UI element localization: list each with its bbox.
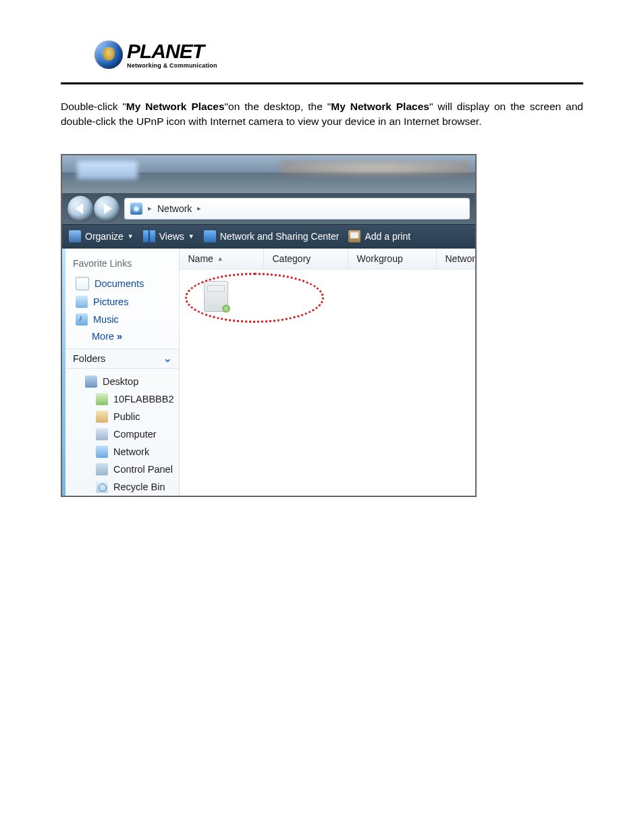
tree-item-recycle-bin[interactable]: Recycle Bin — [62, 478, 179, 496]
nav-pane: Favorite Links Documents Pictures Music — [62, 249, 180, 497]
tree-item-control-panel[interactable]: Control Panel — [62, 461, 179, 478]
tree-item-label: Recycle Bin — [113, 481, 165, 492]
computer-icon — [96, 428, 108, 440]
brand-tagline: Networking & Communication — [127, 63, 217, 69]
window-titlebar — [62, 155, 475, 193]
column-label: Workgroup — [356, 253, 402, 264]
nsc-label: Network and Sharing Center — [220, 231, 340, 242]
folders-toggle[interactable]: Folders ⌄ — [62, 348, 179, 369]
column-label: Name — [188, 253, 213, 264]
breadcrumb-sep-icon: ▸ — [148, 204, 152, 213]
forward-button[interactable] — [94, 196, 119, 221]
favorite-links-heading: Favorite Links — [62, 249, 179, 274]
column-network[interactable]: Network — [437, 249, 477, 269]
views-menu[interactable]: Views ▼ — [143, 230, 194, 242]
sort-asc-icon: ▲ — [217, 255, 223, 262]
views-label: Views — [159, 231, 184, 242]
tree-item-label: 10FLABBBB2 — [113, 394, 173, 405]
column-headers: Name ▲ Category Workgroup Network — [180, 249, 477, 269]
sidebar-item-label: Music — [93, 314, 119, 325]
address-bar-row: ▸ Network ▸ — [62, 193, 475, 225]
organize-menu[interactable]: Organize ▼ — [69, 230, 134, 242]
tree-item-label: Computer — [113, 429, 157, 440]
chevron-down-icon: ▼ — [128, 233, 134, 240]
chevron-down-icon: ▼ — [188, 233, 194, 240]
address-bar[interactable]: ▸ Network ▸ — [124, 198, 470, 219]
tree-item-user[interactable]: 10FLABBBB2 — [62, 390, 179, 408]
tree-item-desktop[interactable]: Desktop — [62, 373, 179, 390]
arrow-left-icon — [75, 203, 83, 214]
tree-item-label: Network — [113, 446, 149, 457]
sidebar-item-more[interactable]: More » — [62, 328, 179, 348]
tree-item-public[interactable]: Public — [62, 408, 179, 425]
desktop-icon — [85, 375, 97, 388]
add-printer-label: Add a print — [365, 231, 410, 242]
tree-item-network[interactable]: Network — [62, 443, 179, 461]
organize-label: Organize — [85, 231, 124, 242]
breadcrumb[interactable]: Network — [157, 203, 192, 214]
chevron-down-icon: ⌄ — [163, 353, 172, 364]
sidebar-item-documents[interactable]: Documents — [62, 274, 179, 293]
recycle-bin-icon — [96, 481, 108, 493]
pictures-icon — [76, 296, 88, 308]
column-label: Category — [272, 253, 311, 264]
control-panel-icon — [96, 463, 108, 475]
sharing-center-icon — [204, 230, 216, 242]
network-icon — [96, 446, 108, 458]
column-workgroup[interactable]: Workgroup — [348, 249, 437, 269]
upnp-device-icon[interactable] — [204, 281, 228, 312]
user-icon — [96, 393, 108, 405]
sidebar-item-music[interactable]: Music — [62, 311, 179, 328]
screenshot: ▸ Network ▸ Organize ▼ Views ▼ — [61, 154, 477, 497]
network-icon — [130, 203, 142, 215]
back-button[interactable] — [68, 196, 93, 221]
arrow-right-icon — [104, 203, 112, 214]
instruction-paragraph: Double-click "My Network Places"on the d… — [61, 99, 583, 130]
printer-icon — [348, 230, 360, 242]
sidebar-item-label: Pictures — [93, 296, 128, 307]
brand-logo: PLANET Networking & Communication — [61, 34, 583, 78]
column-category[interactable]: Category — [264, 249, 348, 269]
content-pane: Name ▲ Category Workgroup Network — [180, 249, 477, 497]
toolbar: Organize ▼ Views ▼ Network and Sharing C… — [62, 225, 475, 249]
music-icon — [76, 313, 88, 325]
more-label: More — [92, 331, 114, 342]
tree-item-label: Control Panel — [113, 464, 173, 475]
organize-icon — [69, 230, 81, 242]
sidebar-item-label: Documents — [95, 278, 144, 289]
sidebar-item-pictures[interactable]: Pictures — [62, 293, 179, 311]
chevron-right-double-icon: » — [117, 331, 120, 342]
network-sharing-center-button[interactable]: Network and Sharing Center — [204, 230, 340, 242]
globe-icon — [95, 41, 123, 69]
tree-item-label: Public — [113, 411, 140, 422]
column-label: Network — [445, 253, 477, 264]
views-icon — [143, 230, 155, 242]
documents-icon — [76, 277, 89, 290]
add-printer-button[interactable]: Add a print — [348, 230, 410, 242]
tree-item-label: Desktop — [103, 376, 138, 387]
tree-item-computer[interactable]: Computer — [62, 425, 179, 443]
column-name[interactable]: Name ▲ — [180, 249, 264, 269]
folders-heading-label: Folders — [73, 353, 105, 364]
public-folder-icon — [96, 411, 108, 423]
divider — [61, 82, 583, 84]
brand-name: PLANET — [127, 41, 217, 61]
breadcrumb-sep-icon: ▸ — [197, 204, 201, 213]
